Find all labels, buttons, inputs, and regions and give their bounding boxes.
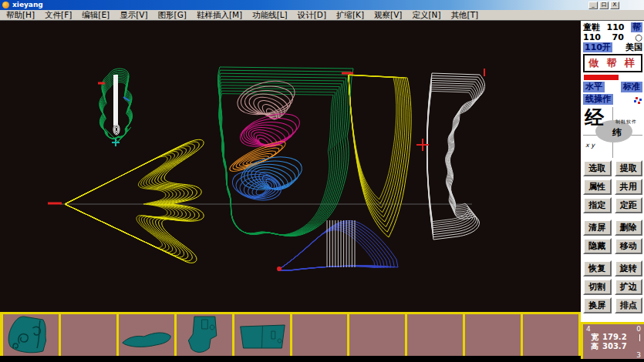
standard-toggle[interactable]: 标准 bbox=[621, 82, 642, 92]
window-controls: _ 口 X bbox=[588, 2, 644, 9]
bang-toggle[interactable]: 帮 bbox=[631, 22, 642, 32]
tool-button-11[interactable]: 恢复 bbox=[583, 260, 612, 277]
titlebar: xieyang _ 口 X bbox=[0, 0, 644, 10]
menu-item-9[interactable]: 扩缩[K] bbox=[336, 10, 364, 20]
menu-item-1[interactable]: 帮助[H] bbox=[6, 10, 35, 20]
status-panel: 4 0 宽 179.2 高 303.7 3 bbox=[581, 322, 644, 359]
design-canvas[interactable] bbox=[0, 21, 581, 312]
red-dot-sole bbox=[277, 266, 282, 271]
height-label: 高 bbox=[591, 342, 598, 351]
param-row-3: 110开 美国 bbox=[583, 42, 642, 52]
menu-item-10[interactable]: 观察[V] bbox=[374, 10, 402, 20]
logo-subtitle: 制鞋软件 bbox=[615, 119, 637, 126]
line-operation-toggle[interactable]: 线操作 bbox=[583, 94, 613, 105]
tool-button-2[interactable]: 提取 bbox=[615, 160, 643, 176]
status-count-left: 4 bbox=[586, 325, 591, 333]
pattern-thumbnail-3[interactable] bbox=[119, 314, 177, 356]
window-title: xieyang bbox=[12, 0, 43, 10]
height-readout: 高 303.7 bbox=[586, 342, 641, 351]
green-boot-nest bbox=[217, 67, 353, 236]
logo-char-wei: 纬 bbox=[612, 126, 622, 139]
red-progress-bar bbox=[584, 75, 619, 80]
status-bottom-row: 3 bbox=[586, 351, 641, 359]
tool-button-7[interactable]: 清屏 bbox=[583, 220, 612, 236]
bottom-bar bbox=[0, 356, 644, 362]
tool-button-10[interactable]: 移动 bbox=[615, 238, 643, 254]
pattern-thumbnail-9[interactable] bbox=[465, 314, 523, 356]
minimize-button[interactable]: _ bbox=[588, 2, 598, 9]
make-upper-pattern-button[interactable]: 做 帮 样 bbox=[583, 54, 642, 72]
logo-char-jing: 经 bbox=[585, 108, 604, 128]
horizontal-toggle[interactable]: 水平 bbox=[583, 82, 605, 92]
tool-button-12[interactable]: 旋转 bbox=[615, 260, 643, 277]
thumbnail-svg-5 bbox=[234, 314, 290, 356]
menu-item-4[interactable]: 显示[V] bbox=[120, 10, 147, 20]
pattern-strip bbox=[0, 312, 581, 356]
thumbnail-svg-7 bbox=[349, 314, 405, 356]
tool-button-1[interactable]: 选取 bbox=[583, 160, 612, 176]
status-count-right: 0 bbox=[636, 325, 641, 333]
close-button[interactable]: X bbox=[610, 2, 619, 9]
menu-item-7[interactable]: 功能线[L] bbox=[252, 10, 288, 20]
menu-item-5[interactable]: 图形[G] bbox=[158, 10, 187, 20]
thumbnail-svg-4 bbox=[177, 314, 232, 356]
tool-button-8[interactable]: 删除 bbox=[615, 220, 643, 236]
thumbnail-svg-9 bbox=[465, 314, 521, 356]
tool-button-9[interactable]: 隐藏 bbox=[583, 238, 612, 254]
restore-button[interactable]: 口 bbox=[599, 2, 609, 9]
logo-axes-label: x y bbox=[585, 142, 595, 149]
thumbnail-svg-6 bbox=[292, 314, 348, 356]
menu-item-2[interactable]: 文件[F] bbox=[45, 10, 72, 20]
line-op-icon bbox=[636, 97, 638, 99]
thumbnail-svg-3 bbox=[119, 314, 174, 356]
pattern-thumbnail-7[interactable] bbox=[349, 314, 407, 356]
tool-button-4[interactable]: 共用 bbox=[615, 179, 643, 195]
status-tick bbox=[639, 334, 640, 341]
menu-item-3[interactable]: 编辑[E] bbox=[82, 10, 110, 20]
tool-button-16[interactable]: 排点 bbox=[615, 297, 643, 313]
yellow-arrow-nest bbox=[65, 139, 204, 263]
pattern-thumbnail-10[interactable] bbox=[523, 314, 581, 356]
param-value-2: 110 bbox=[583, 32, 601, 42]
menu-item-6[interactable]: 鞋样插入[M] bbox=[197, 10, 242, 20]
thumbnail-svg-2 bbox=[61, 314, 116, 356]
region-label: 美国 bbox=[625, 42, 642, 53]
menu-item-11[interactable]: 定义[N] bbox=[412, 10, 440, 20]
param-row-1: 童鞋 110 帮 bbox=[583, 22, 642, 32]
tool-button-5[interactable]: 指定 bbox=[583, 197, 612, 213]
thumbnail-svg-8 bbox=[407, 314, 463, 356]
param-value-1: 110 bbox=[607, 22, 625, 32]
width-readout: 宽 179.2 bbox=[586, 333, 641, 342]
pattern-thumbnail-6[interactable] bbox=[292, 314, 350, 356]
pattern-thumbnail-8[interactable] bbox=[407, 314, 465, 356]
menu-item-8[interactable]: 设计[D] bbox=[298, 10, 326, 20]
blue-swirl-lower bbox=[230, 167, 284, 205]
height-value: 303.7 bbox=[602, 342, 627, 351]
tool-button-14[interactable]: 扩边 bbox=[615, 279, 643, 295]
wireframe-svg bbox=[0, 21, 581, 312]
width-value: 179.2 bbox=[602, 333, 627, 342]
pattern-thumbnail-5[interactable] bbox=[234, 314, 292, 356]
pattern-thumbnail-2[interactable] bbox=[61, 314, 119, 356]
pattern-thumbnail-1[interactable] bbox=[3, 314, 61, 356]
app-window: xieyang _ 口 X 帮助[H]文件[F]编辑[E]显示[V]图形[G]鞋… bbox=[0, 0, 644, 362]
teal-cross bbox=[112, 139, 120, 146]
menu-item-12[interactable]: 其他[T] bbox=[451, 10, 479, 20]
menubar: 帮助[H]文件[F]编辑[E]显示[V]图形[G]鞋样插入[M]功能线[L]设计… bbox=[0, 10, 644, 21]
white-piece-nest bbox=[427, 73, 484, 240]
white-bar bbox=[113, 75, 118, 126]
chip-row-1: 水平 标准 bbox=[583, 82, 642, 92]
thumbnail-svg-10 bbox=[523, 314, 578, 356]
pattern-thumbnail-4[interactable] bbox=[177, 314, 234, 356]
tool-button-13[interactable]: 切割 bbox=[583, 279, 612, 295]
status-top-row: 4 0 bbox=[586, 325, 641, 333]
app-icon bbox=[2, 2, 9, 8]
status-count-bottom: 3 bbox=[636, 351, 641, 359]
size-open-toggle[interactable]: 110开 bbox=[583, 42, 612, 52]
sidebar: 童鞋 110 帮 110 70 ○ 110开 美国 做 帮 样 水平 标准 线操… bbox=[581, 21, 644, 322]
tool-button-3[interactable]: 属性 bbox=[583, 179, 612, 195]
chip-row-2: 线操作 bbox=[583, 94, 642, 105]
param-value-3: 70 bbox=[612, 32, 624, 42]
tool-button-6[interactable]: 定距 bbox=[615, 197, 643, 213]
tool-button-15[interactable]: 换屏 bbox=[583, 297, 612, 313]
